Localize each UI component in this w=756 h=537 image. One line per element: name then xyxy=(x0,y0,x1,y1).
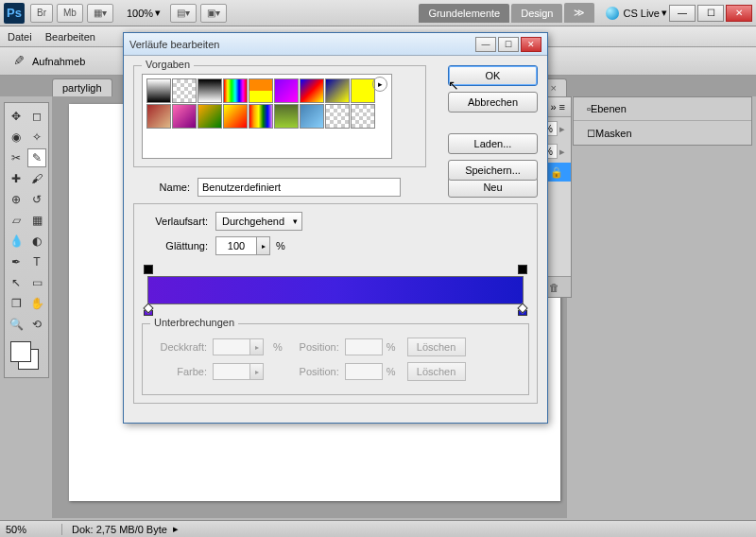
stop-color-swatch xyxy=(213,363,250,380)
eyedropper-tool[interactable]: ✎ xyxy=(27,148,46,167)
lasso-tool[interactable]: ◉ xyxy=(7,128,26,147)
close-button[interactable]: ✕ xyxy=(726,5,752,22)
type-select[interactable]: Durchgehend xyxy=(215,212,302,231)
screen-mode-button[interactable]: ▦▾ xyxy=(87,4,113,23)
arrange-button[interactable]: ▤▾ xyxy=(170,4,197,23)
preset-swatch[interactable] xyxy=(146,78,171,103)
stamp-tool[interactable]: ⊕ xyxy=(7,190,26,209)
color-swatches[interactable] xyxy=(7,339,46,373)
hand-tool[interactable]: ✋ xyxy=(27,294,46,313)
dialog-close-button[interactable]: ✕ xyxy=(521,37,541,52)
preset-swatch[interactable] xyxy=(300,104,324,129)
status-bar: 50% Dok: 2,75 MB/0 Byte ▸ xyxy=(0,520,756,537)
tools-panel: ✥ ◻ ◉ ✧ ✂ ✎ ✚ 🖌 ⊕ ↺ ▱ ▦ 💧 ◐ ✒ T ↖ ▭ ❒ ✋ … xyxy=(4,102,49,378)
preset-swatch[interactable] xyxy=(146,104,171,129)
layers-panel: ▫ Ebenen ◻ Masken xyxy=(573,96,752,146)
smooth-label: Glättung: xyxy=(142,240,208,251)
preset-swatch[interactable] xyxy=(198,104,222,129)
dialog-max-button[interactable]: ☐ xyxy=(498,37,519,52)
menu-edit[interactable]: Bearbeiten xyxy=(45,31,95,43)
smooth-spinner[interactable]: ▸ xyxy=(257,236,270,255)
ok-button[interactable]: OK xyxy=(448,65,538,86)
preset-swatch[interactable] xyxy=(325,78,350,103)
dodge-tool[interactable]: ◐ xyxy=(27,232,46,251)
3d-tool[interactable]: ❒ xyxy=(7,294,26,313)
preset-swatch[interactable] xyxy=(274,104,299,129)
preset-swatch[interactable] xyxy=(351,104,375,129)
cancel-button[interactable]: Abbrechen xyxy=(448,92,538,113)
opacity-stop-right[interactable] xyxy=(518,265,527,274)
preset-swatch[interactable] xyxy=(172,78,197,103)
path-tool[interactable]: ↖ xyxy=(7,273,26,292)
heal-tool[interactable]: ✚ xyxy=(7,169,26,188)
tab-masken[interactable]: ◻ Masken xyxy=(581,125,638,141)
pen-tool[interactable]: ✒ xyxy=(7,252,26,271)
tab-ebenen[interactable]: ▫ Ebenen xyxy=(581,101,632,116)
rotate-tool[interactable]: ⟲ xyxy=(27,315,46,334)
lock-icon: 🔒 xyxy=(550,166,563,179)
move-tool[interactable]: ✥ xyxy=(7,107,26,126)
dialog-title: Verläufe bearbeiten xyxy=(129,39,219,50)
gradient-bar[interactable] xyxy=(142,265,529,316)
screen-button[interactable]: ▣▾ xyxy=(200,4,227,23)
gradient-tool[interactable]: ▦ xyxy=(27,211,46,230)
preset-swatch[interactable] xyxy=(172,104,197,129)
shape-tool[interactable]: ▭ xyxy=(27,273,46,292)
gradient-editor-dialog: Verläufe bearbeiten — ☐ ✕ OK Abbrechen L… xyxy=(123,32,548,424)
preset-swatch[interactable] xyxy=(300,78,324,103)
menu-file[interactable]: Datei xyxy=(8,31,32,43)
dialog-titlebar[interactable]: Verläufe bearbeiten — ☐ ✕ xyxy=(124,33,547,56)
presets-legend: Vorgaben xyxy=(142,59,194,70)
status-doc[interactable]: Dok: 2,75 MB/0 Byte xyxy=(72,524,167,535)
workspace-more[interactable]: ≫ xyxy=(564,3,594,23)
workspace-design[interactable]: Design xyxy=(511,4,562,23)
opacity-stop-left[interactable] xyxy=(144,265,153,274)
crop-tool[interactable]: ✂ xyxy=(7,148,26,167)
brush-tool[interactable]: 🖌 xyxy=(27,169,46,188)
preset-swatch[interactable] xyxy=(249,78,273,103)
name-input[interactable] xyxy=(198,178,401,197)
app-top-bar: Ps Br Mb ▦▾ 100% ▾ ▤▾ ▣▾ Grundelemente D… xyxy=(0,0,756,26)
app-logo: Ps xyxy=(4,3,25,24)
br-button[interactable]: Br xyxy=(30,4,53,23)
wand-tool[interactable]: ✧ xyxy=(27,128,46,147)
trash-icon[interactable]: 🗑 xyxy=(549,282,559,293)
presets-menu-icon[interactable]: ▸ xyxy=(372,77,387,92)
foreground-swatch[interactable] xyxy=(10,341,31,362)
stops-legend: Unterbrechungen xyxy=(150,317,238,328)
stop-color-pos-input xyxy=(345,363,383,380)
maximize-button[interactable]: ☐ xyxy=(697,5,724,22)
close-tab-icon[interactable]: × xyxy=(551,82,557,94)
preset-swatch[interactable] xyxy=(223,78,248,103)
panel-menu-icon[interactable]: » ≡ xyxy=(550,101,565,113)
smooth-input[interactable] xyxy=(215,236,257,255)
mb-button[interactable]: Mb xyxy=(57,4,83,23)
marquee-tool[interactable]: ◻ xyxy=(27,107,46,126)
zoom-level[interactable]: 100% xyxy=(127,8,153,19)
color-stop-right[interactable] xyxy=(518,304,527,316)
preset-swatch[interactable] xyxy=(198,78,222,103)
stop-opacity-pos-input xyxy=(345,338,383,355)
color-stop-left[interactable] xyxy=(144,304,153,316)
preset-swatch[interactable] xyxy=(325,104,350,129)
history-tool[interactable]: ↺ xyxy=(27,190,46,209)
eyedropper-icon xyxy=(8,53,25,70)
type-tool[interactable]: T xyxy=(27,252,46,271)
preset-swatch[interactable] xyxy=(223,104,248,129)
workspace-grundelemente[interactable]: Grundelemente xyxy=(419,4,509,23)
delete-opacity-stop: Löschen xyxy=(407,338,466,356)
eraser-tool[interactable]: ▱ xyxy=(7,211,26,230)
save-button[interactable]: Speichern... xyxy=(448,160,538,181)
load-button[interactable]: Laden... xyxy=(448,133,538,154)
dialog-min-button[interactable]: — xyxy=(475,37,496,52)
name-label: Name: xyxy=(133,182,190,193)
status-zoom[interactable]: 50% xyxy=(6,524,62,535)
zoom-tool[interactable]: 🔍 xyxy=(7,315,26,334)
document-tab[interactable]: partyligh xyxy=(52,78,112,96)
preset-swatch[interactable] xyxy=(274,78,299,103)
blur-tool[interactable]: 💧 xyxy=(7,232,26,251)
preset-swatch[interactable] xyxy=(249,104,273,129)
cs-live-button[interactable]: CS Live ▾ xyxy=(606,7,667,20)
presets-box: ▸ xyxy=(142,74,392,159)
minimize-button[interactable]: — xyxy=(669,5,696,22)
